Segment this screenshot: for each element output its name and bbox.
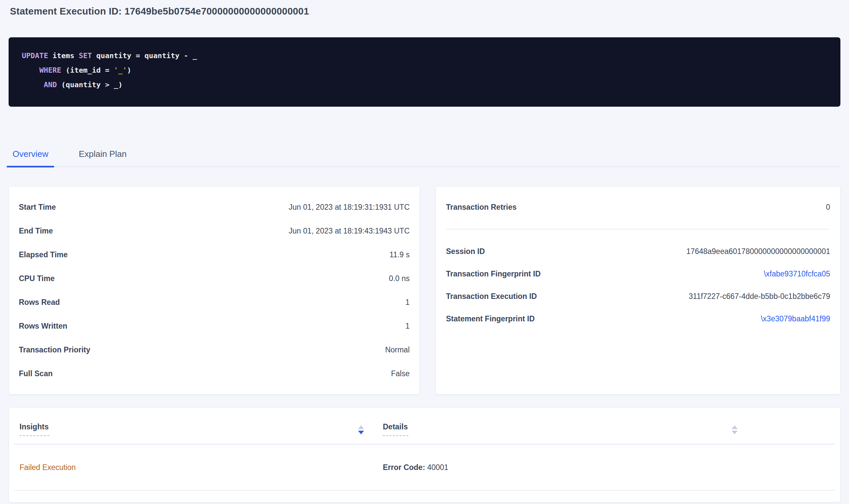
tab-overview[interactable]: Overview [6, 145, 54, 166]
details-cell: Error Code: 40001 [383, 463, 830, 472]
stat-row-elapsed-time: Elapsed Time 11.9 s [19, 243, 410, 267]
sort-up-arrow-icon [732, 426, 738, 429]
stat-row-rows-written: Rows Written 1 [19, 314, 410, 338]
page-title: Statement Execution ID: 17649be5b0754e70… [10, 5, 839, 18]
sql-keyword: AND [44, 80, 57, 89]
tab-bar: Overview Explain Plan [6, 145, 841, 167]
stat-label: End Time [19, 227, 53, 235]
sql-keyword: WHERE [39, 66, 61, 74]
stat-value: Normal [385, 345, 410, 354]
stat-label: CPU Time [19, 274, 55, 283]
stat-value: 0 [826, 203, 830, 212]
error-code-label: Error Code: [383, 463, 425, 472]
stat-row-transaction-retries: Transaction Retries 0 [446, 195, 830, 219]
tab-explain-plan[interactable]: Explain Plan [73, 145, 133, 166]
stat-row-full-scan: Full Scan False [19, 362, 410, 385]
stat-row-cpu-time: CPU Time 0.0 ns [19, 267, 410, 290]
stat-value: 1 [405, 298, 410, 307]
stat-row-session-id: Session ID 17648a9eea6017800000000000000… [446, 240, 830, 263]
tab-overview-label: Overview [13, 149, 48, 159]
sort-down-arrow-icon [732, 431, 738, 434]
insights-table-header: Insights Details [14, 408, 835, 445]
stat-value: 0.0 ns [389, 274, 410, 283]
transaction-ids-card: Transaction Retries 0 Session ID 17648a9… [436, 186, 841, 394]
sql-keyword: UPDATE [22, 52, 48, 60]
stat-value: 311f7227-c667-4dde-b5bb-0c1b2bbe6c79 [689, 292, 830, 301]
stat-label: Rows Read [19, 298, 60, 307]
stat-label: Start Time [19, 203, 56, 212]
insights-column-header: Insights [19, 422, 364, 436]
stat-label: Transaction Fingerprint ID [446, 270, 540, 278]
sort-details-icon[interactable] [732, 424, 738, 434]
sort-up-arrow-icon [358, 426, 364, 429]
sql-keyword: SET [79, 52, 92, 60]
insight-table-row: Failed Execution Error Code: 40001 [14, 445, 835, 491]
details-header-label[interactable]: Details [383, 422, 408, 436]
insights-header-label[interactable]: Insights [19, 422, 49, 436]
stat-row-start-time: Start Time Jun 01, 2023 at 18:19:31:1931… [19, 195, 410, 219]
sort-insights-icon[interactable] [358, 424, 364, 434]
stat-label: Elapsed Time [19, 250, 68, 259]
sql-statement-box: UPDATE items SET quantity = quantity - _… [8, 37, 841, 107]
stat-label: Statement Fingerprint ID [446, 314, 535, 323]
sql-string-literal: '_' [114, 66, 127, 74]
summary-cards: Start Time Jun 01, 2023 at 18:19:31:1931… [8, 186, 841, 394]
stat-label: Rows Written [19, 322, 67, 330]
sort-down-arrow-icon [358, 431, 364, 434]
statement-fingerprint-link[interactable]: \x3e3079baabf41f99 [761, 314, 830, 323]
transaction-fingerprint-link[interactable]: \xfabe93710fcfca05 [764, 270, 830, 278]
stat-row-transaction-execution-id: Transaction Execution ID 311f7227-c667-4… [446, 285, 830, 307]
details-column-header: Details [383, 422, 738, 436]
stat-row-statement-fingerprint-id: Statement Fingerprint ID \x3e3079baabf41… [446, 307, 830, 330]
stat-label: Transaction Priority [19, 345, 90, 354]
error-code-value: 40001 [425, 463, 448, 472]
insights-table-card: Insights Details Failed Execution Error … [8, 408, 841, 502]
sql-statement-text: UPDATE items SET quantity = quantity - _… [8, 37, 841, 92]
execution-stats-card: Start Time Jun 01, 2023 at 18:19:31:1931… [8, 186, 420, 394]
stat-row-end-time: End Time Jun 01, 2023 at 18:19:43:1943 U… [19, 219, 410, 243]
stat-value: Jun 01, 2023 at 18:19:31:1931 UTC [289, 203, 410, 212]
card-divider [446, 229, 830, 230]
stat-row-transaction-priority: Transaction Priority Normal [19, 338, 410, 362]
stat-label: Transaction Retries [446, 203, 516, 212]
stat-label: Session ID [446, 247, 485, 256]
stat-value: 17648a9eea601780000000000000000001 [686, 247, 830, 256]
stat-value: 1 [405, 322, 410, 330]
stat-row-transaction-fingerprint-id: Transaction Fingerprint ID \xfabe93710fc… [446, 263, 830, 285]
stat-label: Full Scan [19, 369, 53, 378]
stat-value: False [391, 369, 410, 378]
stat-value: 11.9 s [389, 250, 410, 259]
insight-status-text: Failed Execution [19, 463, 76, 472]
tab-explain-plan-label: Explain Plan [79, 149, 127, 159]
stat-label: Transaction Execution ID [446, 292, 537, 301]
insight-cell: Failed Execution [19, 463, 383, 472]
stat-row-rows-read: Rows Read 1 [19, 290, 410, 314]
stat-value: Jun 01, 2023 at 18:19:43:1943 UTC [289, 227, 410, 235]
